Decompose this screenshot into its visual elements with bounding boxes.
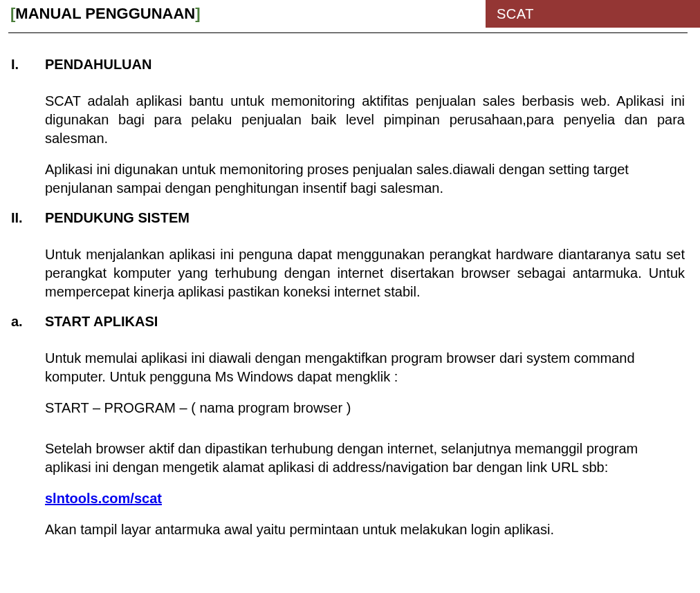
paragraph-3: Untuk menjalankan aplikasi ini penguna d… (45, 245, 685, 301)
paragraph-5: START – PROGRAM – ( nama program browser… (45, 399, 685, 417)
paragraph-4: Untuk memulai aplikasi ini diawali denga… (45, 349, 685, 386)
section-3-row: a. START APLIKASI (7, 314, 689, 330)
document-header: [MANUAL PENGGUNAAN] SCAT (8, 0, 688, 33)
section-2-heading: PENDUKUNG SISTEM (45, 210, 190, 226)
header-title: [MANUAL PENGGUNAAN] (10, 5, 201, 23)
section-1-row: I. PENDAHULUAN (7, 57, 689, 73)
section-2-row: II. PENDUKUNG SISTEM (7, 210, 689, 226)
paragraph-2: Aplikasi ini digunakan untuk memonitorin… (45, 160, 685, 198)
bracket-right: ] (195, 5, 200, 22)
header-title-text: MANUAL PENGGUNAAN (15, 5, 195, 22)
app-url-link[interactable]: slntools.com/scat (45, 491, 162, 506)
section-3-heading: START APLIKASI (45, 314, 158, 330)
section-1-heading: PENDAHULUAN (45, 57, 151, 73)
header-badge: SCAT (486, 0, 700, 28)
paragraph-8: Akan tampil layar antarmuka awal yaitu p… (45, 520, 685, 539)
paragraph-6: Setelah browser aktif dan dipastikan ter… (45, 440, 685, 477)
section-1-number: I. (7, 57, 45, 73)
section-3-number: a. (7, 314, 45, 330)
paragraph-1: SCAT adalah aplikasi bantu untuk memonit… (45, 92, 685, 148)
paragraph-7-link: slntools.com/scat (45, 489, 685, 508)
document-body: I. PENDAHULUAN SCAT adalah aplikasi bant… (0, 33, 700, 539)
section-2-number: II. (7, 210, 45, 226)
